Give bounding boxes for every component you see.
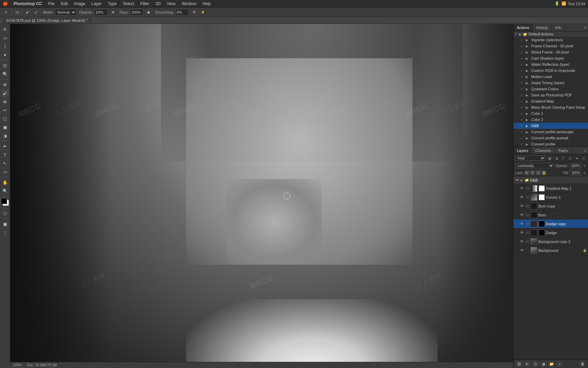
history-tool[interactable]: ↩ xyxy=(1,106,9,114)
menu-image[interactable]: Image xyxy=(71,1,88,7)
layers-adjustment-btn[interactable]: ◑ xyxy=(540,361,547,367)
layer-row-dodge-copy[interactable]: 👁 ⛓ Dodge copy xyxy=(513,219,588,228)
filter-type-icon[interactable]: T xyxy=(560,155,566,161)
hand-tool[interactable]: ✋ xyxy=(1,178,9,186)
action-row-quadrant[interactable]: ✓ ▶ Quadrant Colors xyxy=(513,86,588,92)
menu-type[interactable]: Type xyxy=(105,1,119,7)
layer-row-background[interactable]: 👁 Background 🔒 xyxy=(513,246,588,255)
dodge-tool[interactable]: ◑ xyxy=(1,132,9,140)
action-row-cast-shadow[interactable]: ✓ ▶ Cast Shadow (type) xyxy=(513,55,588,61)
layer-dodge-copy-eye[interactable]: 👁 xyxy=(520,221,524,226)
menu-photoshop-cc[interactable]: Photoshop CC xyxy=(11,1,45,7)
layers-panel-menu[interactable]: ≡ xyxy=(582,147,588,154)
layer-row-burn-copy[interactable]: 👁 ⛓ Burn copy xyxy=(513,202,588,211)
filter-adjustment-icon[interactable]: ◑ xyxy=(554,155,559,161)
action-group-default-header[interactable]: ✓ ▶ 📁 Default Actions xyxy=(513,31,588,37)
type-tool[interactable]: T xyxy=(1,151,9,159)
filter-smart-icon[interactable]: ★ xyxy=(574,155,579,161)
action-row-water[interactable]: ✓ ▶ Water Reflection (type) xyxy=(513,61,588,67)
brush-preset-picker[interactable]: 🖌 xyxy=(24,9,31,16)
menu-edit[interactable]: Edit xyxy=(58,1,71,7)
path-select-tool[interactable]: ↖ xyxy=(1,159,9,167)
menu-layer[interactable]: Layer xyxy=(89,1,104,7)
flow-input[interactable] xyxy=(130,9,143,16)
marquee-tool[interactable]: ▭ xyxy=(1,34,9,42)
action-row-convert-landscape[interactable]: ✓ ▶ Convert profile landscape xyxy=(513,129,588,135)
filter-shape-icon[interactable]: ⊡ xyxy=(567,155,573,161)
kind-select[interactable]: Kind xyxy=(515,155,545,161)
tab-paths[interactable]: Paths xyxy=(555,147,572,154)
action-row-vignette[interactable]: ✓ ▶ Vignette (selection) xyxy=(513,37,588,43)
tab-history[interactable]: History xyxy=(533,24,552,31)
action-row-sepia[interactable]: ✓ ▶ Sepia Toning (layer) xyxy=(513,80,588,86)
menu-help[interactable]: Help xyxy=(200,1,214,7)
tool-icon[interactable]: ⊙ xyxy=(2,9,10,16)
smoothing-input[interactable] xyxy=(175,9,189,16)
layer-burn-eye[interactable]: 👁 xyxy=(520,213,524,217)
layers-link-btn[interactable]: ⛓ xyxy=(516,361,522,367)
actions-panel-menu[interactable]: ≡ xyxy=(582,24,588,31)
menu-3d[interactable]: 3D xyxy=(153,1,163,7)
layer-burn-copy-eye[interactable]: 👁 xyxy=(520,204,524,209)
action-row-pdf[interactable]: ✓ ▶ Save as Photoshop PDF xyxy=(513,92,588,98)
action-row-color1[interactable]: ✓ ▶ Color 1 xyxy=(513,110,588,117)
action-row-convert-portrait[interactable]: ✓ ▶ Convert profile portrait xyxy=(513,135,588,141)
zoom-tool[interactable]: 🔍 xyxy=(1,187,9,195)
action-row-dnb[interactable]: ✓ ▶ D&B xyxy=(513,123,588,129)
menu-view[interactable]: View xyxy=(164,1,178,7)
healing-tool[interactable]: ⊕ xyxy=(1,80,9,89)
extra-tools[interactable]: ⋮ xyxy=(1,228,9,236)
stamp-tool[interactable]: ⊗ xyxy=(1,97,9,106)
action-row-mixer-brush[interactable]: ✓ ▶ Mixer Brush Cloning Paint Setup xyxy=(513,104,588,110)
foreground-color[interactable] xyxy=(1,198,7,204)
layer-row-burn[interactable]: 👁 ⛓ Burn xyxy=(513,211,588,219)
move-tool[interactable]: ✛ xyxy=(1,25,9,33)
layers-trash-btn[interactable]: 🗑 xyxy=(579,361,586,367)
layer-row-bg-copy2[interactable]: 👁 ⛓ Background copy 2 xyxy=(513,237,588,246)
smoothing-options[interactable]: ⚙ xyxy=(190,9,198,16)
lasso-tool[interactable]: ⌇ xyxy=(1,42,9,50)
tab-info[interactable]: Info xyxy=(552,24,565,31)
filter-pixel-icon[interactable]: ▣ xyxy=(547,155,552,161)
brush-settings[interactable]: 🖊 xyxy=(33,9,40,16)
menu-window[interactable]: Window xyxy=(179,1,199,7)
action-row-gradient-map[interactable]: ✓ ▶ Gradient Map xyxy=(513,98,588,104)
action-row-convert-profile[interactable]: ✓ ▶ Convert profile xyxy=(513,141,588,147)
layer-gradient-eye[interactable]: 👁 xyxy=(520,186,524,191)
shape-tool[interactable]: ▭ xyxy=(1,168,9,176)
airbrush[interactable]: ◉ xyxy=(145,9,152,16)
action-row-rgb-gray[interactable]: ✓ ▶ Custom RGB to Grayscale xyxy=(513,67,588,74)
menu-file[interactable]: File xyxy=(45,1,57,7)
layers-mask-btn[interactable]: ⊡ xyxy=(532,361,539,367)
symmetry[interactable]: ⚡ xyxy=(199,9,207,16)
layer-group-ob[interactable]: 👁 ▶ 📁 O&B xyxy=(513,177,588,184)
blend-mode-select[interactable]: Luminosity xyxy=(515,163,554,168)
screen-mode[interactable]: ▣ xyxy=(1,220,9,228)
filter-toggle[interactable]: ⊙ xyxy=(581,155,586,161)
layer-bg-eye[interactable]: 👁 xyxy=(520,248,524,253)
wand-tool[interactable]: ✦ xyxy=(1,51,9,59)
document-tab[interactable]: 5V5A7878.psd @ 100% (Dodge, Layer Mask/8… xyxy=(3,18,92,23)
layer-group-eye[interactable]: 👁 xyxy=(515,178,520,183)
gradient-tool[interactable]: ▣ xyxy=(1,123,9,131)
menu-select[interactable]: Select xyxy=(120,1,137,7)
layers-group-btn[interactable]: 📁 xyxy=(548,361,555,367)
opacity-value[interactable] xyxy=(569,163,582,168)
canvas-area[interactable]: RRCG 人人素材 RRCG 人人素材 RRCG 人人素材 RRCG 人人素材 … xyxy=(10,24,513,368)
layer-row-curves[interactable]: 👁 ⛓ Curves 1 xyxy=(513,193,588,202)
tab-layers[interactable]: Layers xyxy=(513,147,532,154)
action-row-color2[interactable]: ✓ ▶ Color 2 xyxy=(513,117,588,123)
opacity-input[interactable] xyxy=(94,9,108,16)
layer-dodge-eye[interactable]: 👁 xyxy=(520,230,524,235)
layers-new-btn[interactable]: + xyxy=(556,361,563,367)
eyedropper-tool[interactable]: 🔍 xyxy=(1,70,9,78)
quick-mask[interactable]: ⬡ xyxy=(1,209,9,217)
crop-tool[interactable]: ⊡ xyxy=(1,61,9,70)
lock-pixels-icon[interactable]: ⊞ xyxy=(524,170,529,175)
layer-bg-copy2-eye[interactable]: 👁 xyxy=(520,239,524,244)
action-row-frame-channel[interactable]: ✓ ▶ Frame Channel - 50 pixel xyxy=(513,43,588,49)
menu-filter[interactable]: Filter xyxy=(137,1,152,7)
layer-curves-eye[interactable]: 👁 xyxy=(520,195,524,200)
fill-value[interactable] xyxy=(570,170,582,175)
eraser-tool[interactable]: ◻ xyxy=(1,114,9,123)
